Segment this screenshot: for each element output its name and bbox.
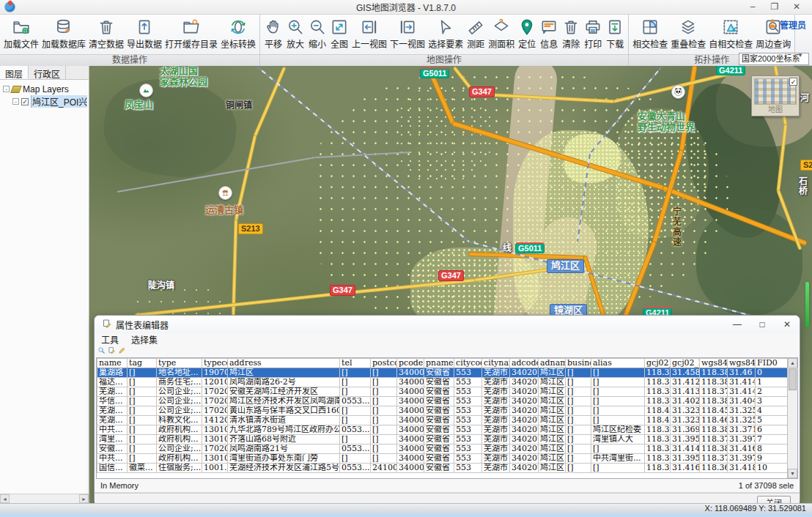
table-row[interactable]: 芜湖...[]科教文化...141202清水镇清水街道[][]340000安徽省… [97, 416, 790, 425]
ribbon-button-export[interactable]: 导出数据 [125, 16, 163, 51]
column-header-business[interactable]: business [566, 359, 591, 368]
map-label-G5011: G5011 [516, 244, 544, 253]
ribbon-button-next-view[interactable]: 下一视图 [388, 16, 427, 51]
window-bottom-edge [0, 513, 812, 517]
dialog-menu-选择集[interactable]: 选择集 [131, 333, 158, 346]
sidebar-hscrollbar[interactable]: ◄ ► [0, 494, 89, 503]
table-cell: 鸠江区 [539, 425, 566, 435]
map-label-G4211: G4211 [717, 66, 745, 75]
overview-checkbox[interactable] [789, 78, 797, 86]
ribbon-button-coord-sync[interactable]: 坐标转换 [219, 16, 257, 51]
map-zoom-slider[interactable] [805, 282, 809, 327]
ribbon-button-zoom-out[interactable]: 缩小 [306, 16, 328, 51]
column-header-tel[interactable]: tel [340, 359, 371, 368]
dialog-menu-工具[interactable]: 工具 [101, 333, 119, 346]
ribbon-button-area[interactable]: 测面积 [487, 16, 516, 51]
column-header-gcj02_l[interactable]: gcj02_l [645, 359, 671, 368]
ribbon-button-info[interactable]: 信息 [538, 16, 560, 51]
scroll-up-icon[interactable]: ▲ [788, 358, 797, 368]
table-cell: 118.393 [645, 368, 671, 378]
ribbon-button-zoom-in[interactable]: 放大 [284, 16, 306, 51]
ribbon-button-ruler[interactable]: 测距 [465, 16, 487, 51]
table-cell: 118.392 [645, 425, 671, 435]
tree-root-row[interactable]: - Map Layers [1, 83, 87, 95]
minimize-button[interactable]: – [742, 0, 764, 15]
column-header-pname[interactable]: pname [424, 359, 454, 368]
tree-layer-row[interactable]: - 鸠江区_POI兴趣点 (37 [1, 95, 87, 108]
column-header-name[interactable]: name [97, 359, 128, 368]
ribbon-button-trash[interactable]: 清除 [560, 16, 582, 51]
table-cell: 公司企业;... [157, 397, 202, 406]
user-box[interactable]: 管理员 [767, 18, 806, 31]
expander-icon[interactable]: - [3, 86, 10, 92]
maximize-button[interactable]: ❐ [764, 0, 786, 15]
ribbon-button-pin[interactable]: 定位 [516, 16, 538, 51]
dialog-minimize-button[interactable]: — [732, 319, 742, 330]
table-cell: 340000 [397, 425, 424, 435]
column-header-cityname[interactable]: cityname [482, 359, 510, 368]
table-row[interactable]: 华信...[]公司企业;...170203鸠江区经济技术开发区凤鸣湖南...05… [97, 397, 790, 406]
table-row[interactable]: 中共...[]政府机构...130104九华北路789号鸠江区政府办公大...0… [97, 425, 790, 435]
column-header-gcj02_l[interactable]: gcj02_l [671, 359, 700, 368]
close-button[interactable]: ✕ [786, 0, 808, 15]
column-header-postcode[interactable]: postcode [371, 359, 397, 368]
column-header-adname[interactable]: adname [539, 359, 566, 368]
column-header-citycode[interactable]: citycode [454, 359, 482, 368]
dialog-close-icon[interactable]: ✕ [782, 319, 792, 330]
table-cell: 鸠江区 [539, 378, 566, 387]
column-header-address[interactable]: address [228, 359, 340, 368]
layer-checkbox[interactable] [21, 98, 29, 105]
ribbon-button-folder-plus[interactable]: 加载文件 [2, 16, 40, 51]
dialog-title: 属性表编辑器 [116, 319, 169, 331]
overview-map-widget[interactable]: 地图 [751, 75, 800, 116]
table-cell: [] [566, 435, 591, 445]
table-row[interactable]: 巢湖路[]地名地址...190700鸠江区[][]340000安徽省553芜湖市… [97, 368, 790, 378]
column-header-wgs84_l[interactable]: wgs84_l [700, 359, 728, 368]
ribbon-button-print[interactable]: 打印 [582, 16, 604, 51]
ribbon-button-cursor[interactable]: 选择要素 [427, 16, 465, 51]
folder-cache-icon [182, 17, 201, 37]
column-header-type[interactable]: type [157, 359, 202, 368]
crs-select[interactable]: 国家2000坐标系 ▼ [739, 53, 809, 65]
pencil-icon[interactable] [118, 346, 126, 357]
column-header-typecode[interactable]: typecode [202, 359, 228, 368]
page-edit-icon[interactable] [108, 346, 116, 357]
dialog-maximize-button[interactable]: □ [757, 319, 767, 330]
scroll-left-icon[interactable]: ◄ [0, 494, 10, 503]
column-header-adcode[interactable]: adcode [510, 359, 539, 368]
ribbon-button-database[interactable]: 加载数据库 [40, 16, 87, 51]
ribbon-button-prev-view[interactable]: 上一视图 [350, 16, 388, 51]
ribbon-button-folder-cache[interactable]: 打开缓存目录 [163, 16, 219, 51]
ribbon-button-hand[interactable]: 平移 [262, 16, 284, 51]
ribbon-button-download[interactable]: 下载 [604, 16, 626, 51]
sidebar-tab-图层[interactable]: 图层 [0, 66, 29, 79]
table-cell: [] [371, 368, 397, 378]
ribbon-button-trash[interactable]: 清空数据 [87, 16, 125, 51]
table-row[interactable]: 安徽...[]公司企业;...170200凤鸣湖南路21号0553...[]34… [97, 445, 790, 454]
expander-icon[interactable]: - [12, 98, 19, 105]
scroll-right-icon[interactable]: ► [79, 494, 89, 503]
sidebar-tab-行政区[interactable]: 行政区 [29, 66, 66, 79]
column-header-FID0[interactable]: FID0 [756, 359, 790, 368]
scroll-down-icon[interactable]: ▼ [788, 469, 797, 478]
table-row[interactable]: 芜湖...[]公司企业;...170202黄山东路与保丰路交叉口西160米[][… [97, 406, 790, 416]
ribbon-button-intersect[interactable]: 相交检查 [631, 16, 669, 51]
chevron-down-icon: ▼ [797, 53, 803, 61]
ribbon-button-overlap[interactable]: 重叠检查 [669, 16, 707, 51]
ribbon-button-full-extent[interactable]: 全图 [328, 16, 350, 51]
table-row[interactable]: 国信...徽菜...住宿服务;...1001...芜湖经济技术开发区浦江路5号0… [97, 464, 790, 473]
table-cell: 鸠江区 [539, 397, 566, 406]
table-row[interactable]: 中共...[]政府机构...130105湾里街道办事处东南门旁[][]34000… [97, 454, 790, 464]
column-header-alias[interactable]: alias [591, 359, 645, 368]
table-cell: 241007 [371, 464, 397, 473]
table-vscrollbar[interactable]: ▲ ▼ [787, 358, 797, 478]
column-header-wgs84_l[interactable]: wgs84_l [728, 359, 756, 368]
column-header-pcode[interactable]: pcode [397, 359, 424, 368]
dialog-titlebar[interactable]: 属性表编辑器 — □ ✕ [95, 316, 800, 333]
table-row[interactable]: 湾里...[]政府机构...130105齐落山路68号附近[][]340000安… [97, 435, 790, 445]
column-header-tag[interactable]: tag [128, 359, 157, 368]
scroll-thumb[interactable] [789, 368, 797, 390]
table-row[interactable]: 福达...[]商务住宅;...120100凤鸣湖南路26-2号[][]34000… [97, 378, 790, 387]
search-icon[interactable] [97, 346, 106, 357]
table-row[interactable]: 芜湖...[]公司企业;...170200安徽芜湖鸠江经济开发区[][]3400… [97, 387, 790, 397]
